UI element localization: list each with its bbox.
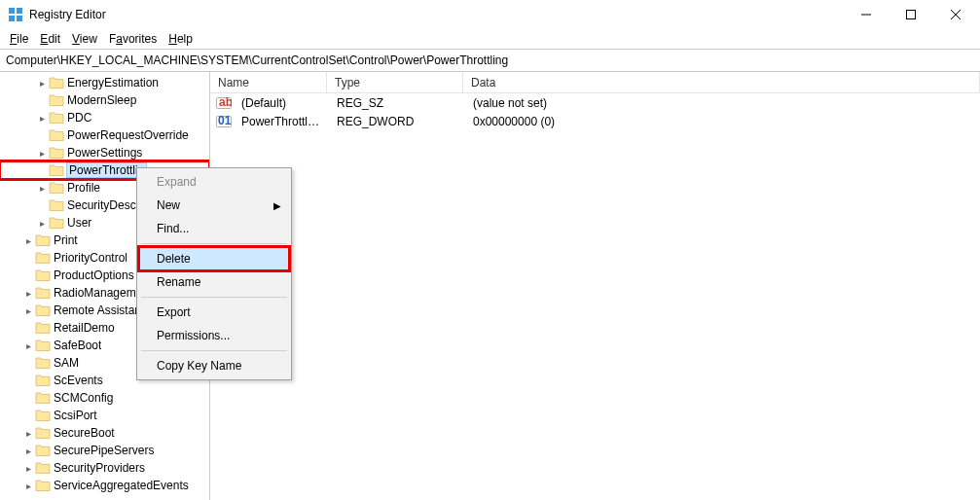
folder-icon xyxy=(35,250,51,266)
chevron-right-icon[interactable]: ▸ xyxy=(21,305,35,316)
tree-item-label: PriorityControl xyxy=(54,251,127,265)
folder-icon xyxy=(35,443,51,458)
menu-item-label: Find... xyxy=(157,222,189,235)
column-name[interactable]: Name xyxy=(210,72,327,92)
value-row[interactable]: PowerThrottling...REG_DWORD0x00000000 (0… xyxy=(210,112,980,130)
menu-separator xyxy=(141,350,287,351)
value-data: (value not set) xyxy=(465,96,980,110)
svg-rect-1 xyxy=(17,8,22,14)
context-menu-copykeyname[interactable]: Copy Key Name xyxy=(139,354,289,377)
tree-item-label: EnergyEstimation xyxy=(67,76,159,89)
folder-icon xyxy=(49,92,64,108)
chevron-right-icon[interactable]: ▸ xyxy=(35,148,49,159)
chevron-right-icon[interactable]: ▸ xyxy=(21,463,35,474)
chevron-right-icon[interactable]: ▸ xyxy=(21,481,35,491)
value-row[interactable]: (Default)REG_SZ(value not set) xyxy=(210,93,980,112)
address-bar[interactable]: Computer\HKEY_LOCAL_MACHINE\SYSTEM\Curre… xyxy=(0,49,980,72)
tree-item-label: RadioManagemen xyxy=(54,286,149,300)
chevron-right-icon[interactable]: ▸ xyxy=(35,78,49,89)
menu-item-label: Permissions... xyxy=(157,329,230,342)
tree-item-label: SCMConfig xyxy=(54,391,113,405)
values-list[interactable]: Name Type Data (Default)REG_SZ(value not… xyxy=(210,72,980,500)
folder-icon xyxy=(49,162,64,178)
tree-item-secureboot[interactable]: ▸SecureBoot xyxy=(0,424,209,442)
title-bar: Registry Editor xyxy=(0,0,980,29)
value-data: 0x00000000 (0) xyxy=(465,115,980,128)
column-type[interactable]: Type xyxy=(327,72,463,92)
folder-icon xyxy=(35,285,51,301)
values-header: Name Type Data xyxy=(210,72,980,93)
tree-item-label: SafeBoot xyxy=(54,339,101,352)
menu-item-label: Export xyxy=(157,305,191,319)
tree-item-scsiport[interactable]: ScsiPort xyxy=(0,407,209,424)
folder-icon xyxy=(35,303,51,318)
menu-item-label: New xyxy=(157,198,180,212)
svg-rect-3 xyxy=(17,16,22,21)
folder-icon xyxy=(35,320,51,336)
folder-icon xyxy=(35,268,51,283)
context-menu-delete[interactable]: Delete xyxy=(139,247,289,270)
menu-file[interactable]: File xyxy=(4,30,34,48)
tree-item-label: ProductOptions xyxy=(54,268,134,282)
menu-view[interactable]: View xyxy=(66,30,103,48)
tree-item-label: PowerSettings xyxy=(67,146,142,160)
chevron-right-icon[interactable]: ▸ xyxy=(35,218,49,229)
context-menu-export[interactable]: Export xyxy=(139,301,289,324)
folder-icon xyxy=(49,75,64,90)
menu-help[interactable]: Help xyxy=(163,30,199,48)
menu-item-label: Delete xyxy=(157,252,191,266)
value-name: PowerThrottling... xyxy=(234,115,329,128)
chevron-right-icon[interactable]: ▸ xyxy=(21,446,35,456)
tree-item-energyestimation[interactable]: ▸EnergyEstimation xyxy=(0,74,209,91)
context-menu-expand: Expand xyxy=(139,170,289,194)
folder-icon xyxy=(49,180,64,196)
chevron-right-icon[interactable]: ▸ xyxy=(35,183,49,194)
menu-favorites[interactable]: Favorites xyxy=(103,30,163,48)
chevron-right-icon[interactable]: ▸ xyxy=(21,288,35,299)
tree-item-label: ServiceAggregatedEvents xyxy=(54,479,189,492)
menu-separator xyxy=(141,297,287,298)
context-menu-rename[interactable]: Rename xyxy=(139,270,289,294)
folder-icon xyxy=(35,232,51,248)
tree-item-powerrequestoverride[interactable]: PowerRequestOverride xyxy=(0,126,209,144)
tree-item-label: SAM xyxy=(54,356,79,370)
folder-icon xyxy=(35,478,51,493)
tree-item-serviceaggregatedevents[interactable]: ▸ServiceAggregatedEvents xyxy=(0,477,209,494)
tree-item-securepipeservers[interactable]: ▸SecurePipeServers xyxy=(0,442,209,459)
folder-icon xyxy=(35,460,51,476)
tree-item-label: ModernSleep xyxy=(67,93,136,107)
close-button[interactable] xyxy=(933,0,978,29)
tree-item-scmconfig[interactable]: SCMConfig xyxy=(0,389,209,407)
chevron-right-icon[interactable]: ▸ xyxy=(21,340,35,351)
chevron-right-icon[interactable]: ▸ xyxy=(21,235,35,246)
menu-edit[interactable]: Edit xyxy=(34,30,66,48)
tree-item-modernsleep[interactable]: ModernSleep xyxy=(0,91,209,109)
svg-rect-0 xyxy=(9,8,15,14)
address-text: Computer\HKEY_LOCAL_MACHINE\SYSTEM\Curre… xyxy=(6,54,508,67)
tree-item-pdc[interactable]: ▸PDC xyxy=(0,109,209,126)
chevron-right-icon[interactable]: ▸ xyxy=(35,113,49,124)
menu-item-label: Expand xyxy=(157,175,197,189)
column-data[interactable]: Data xyxy=(463,72,980,92)
value-type: REG_DWORD xyxy=(329,115,465,128)
tree-item-powersettings[interactable]: ▸PowerSettings xyxy=(0,144,209,161)
maximize-button[interactable] xyxy=(889,0,933,29)
tree-item-label: SecureBoot xyxy=(54,426,115,440)
context-menu-find[interactable]: Find... xyxy=(139,217,289,240)
folder-icon xyxy=(49,145,64,161)
window-title: Registry Editor xyxy=(29,8,844,21)
context-menu-new[interactable]: New▶ xyxy=(139,194,289,217)
minimize-button[interactable] xyxy=(844,0,889,29)
value-name: (Default) xyxy=(234,96,329,110)
folder-icon xyxy=(49,110,64,125)
svg-rect-2 xyxy=(9,16,15,21)
folder-icon xyxy=(35,355,51,371)
folder-icon xyxy=(35,425,51,441)
menu-separator xyxy=(141,243,287,244)
tree-item-label: PowerThrottlin xyxy=(67,163,146,177)
tree-item-label: SecurePipeServers xyxy=(54,444,154,457)
chevron-right-icon[interactable]: ▸ xyxy=(21,428,35,439)
tree-item-label: PowerRequestOverride xyxy=(67,128,189,142)
context-menu-permissions[interactable]: Permissions... xyxy=(139,324,289,347)
tree-item-securityproviders[interactable]: ▸SecurityProviders xyxy=(0,459,209,477)
